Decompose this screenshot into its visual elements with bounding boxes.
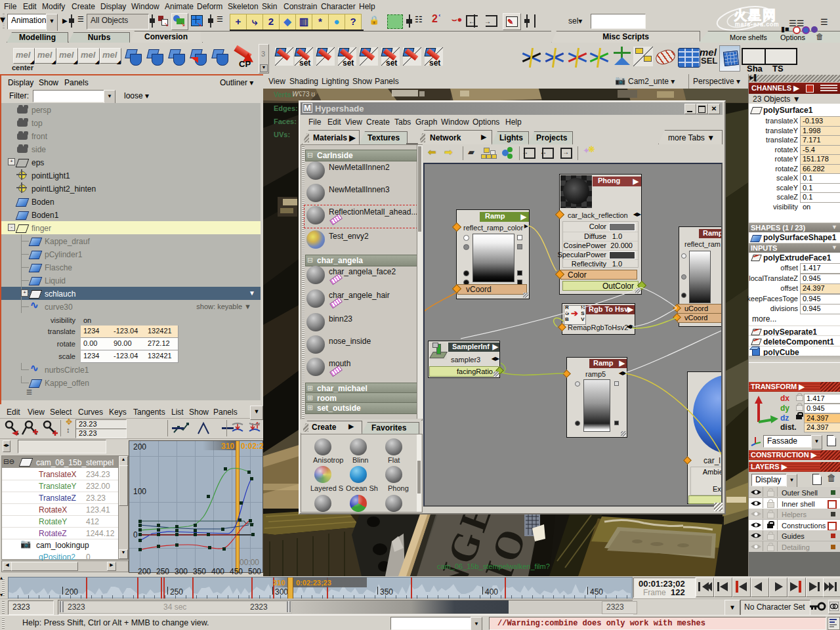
svg-text:UVs:: UVs:: [274, 131, 290, 138]
svg-text:Edges:: Edges:: [274, 104, 298, 112]
svg-text:cam_06_15b_stempelwalken_film?: cam_06_15b_stempelwalken_film?: [437, 562, 550, 570]
svg-text:Faces:: Faces:: [274, 117, 297, 125]
svg-text:𝑊ʢ73 ʊ: 𝑊ʢ73 ʊ: [293, 91, 315, 98]
svg-text:Verts:: Verts:: [274, 91, 294, 98]
